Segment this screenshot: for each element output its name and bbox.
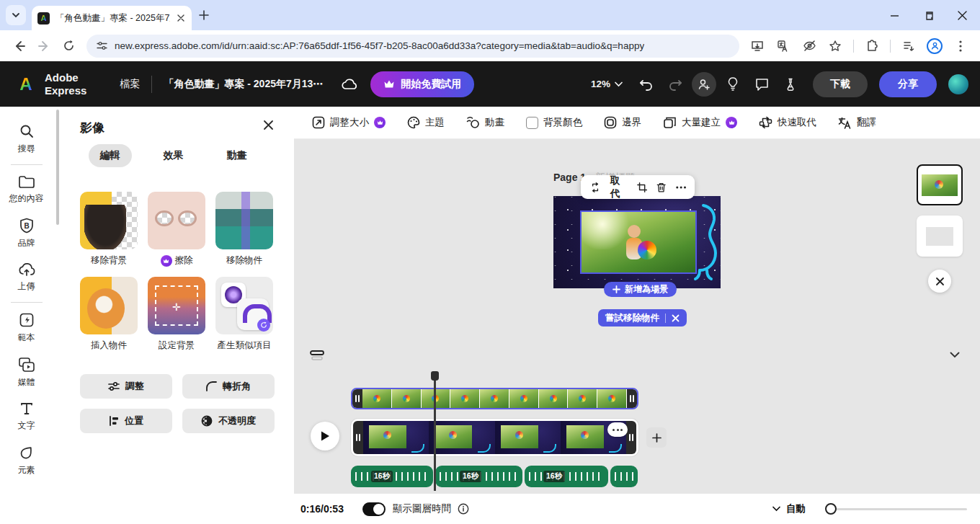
round-corner-button[interactable]: 轉折角 [182,374,275,399]
audio-segment-4[interactable] [610,466,638,487]
toolbar-quick-replace[interactable]: 快速取代 [759,116,816,129]
opacity-button[interactable]: 不透明度 [182,409,275,433]
replace-icon[interactable] [589,182,601,193]
collapse-timeline-chevron[interactable] [950,352,960,358]
site-settings-icon[interactable] [97,40,107,51]
tab-close-icon[interactable] [176,13,186,23]
toolbar-background-color[interactable]: 背景顏色 [526,116,582,129]
window-restore-button[interactable] [924,11,933,20]
crop-icon[interactable] [637,182,647,193]
forward-button[interactable] [32,34,56,58]
timeline-zoom-slider[interactable] [826,508,967,510]
trim-handle-left[interactable] [353,421,363,454]
eye-off-icon[interactable] [797,34,821,58]
rail-item-brand[interactable]: B 品牌 [4,211,50,256]
audio-segment-2[interactable]: 16秒 [435,466,522,487]
zoom-level-control[interactable]: 12% [591,79,623,89]
tool-remove-background[interactable]: 移除背景 [80,192,138,267]
more-options-icon[interactable] [676,186,686,189]
playhead[interactable] [434,371,436,491]
rail-item-media[interactable]: 媒體 [4,350,50,395]
account-avatar[interactable] [948,74,968,94]
back-button[interactable] [7,34,32,58]
position-button[interactable]: 位置 [80,409,172,433]
undo-button[interactable] [634,72,659,97]
tool-erase[interactable]: 擦除 [148,192,205,267]
trim-handle-left[interactable] [352,389,362,408]
new-tab-button[interactable] [199,10,209,20]
play-button[interactable] [311,422,339,450]
comments-icon[interactable] [749,72,774,97]
window-close-button[interactable] [958,11,967,20]
scene-filmstrip[interactable] [363,421,626,454]
clip-filmstrip[interactable] [362,389,627,408]
audio-segment-3[interactable]: 16秒 [525,466,608,487]
file-menu[interactable]: 檔案 [120,78,140,91]
timeline-layers-icon[interactable] [310,350,324,360]
beta-flask-icon[interactable] [778,72,803,97]
video-clip-track[interactable] [351,388,638,409]
tool-remove-object[interactable]: 移除物件 [215,192,273,267]
suggestions-lightbulb-icon[interactable] [721,72,745,97]
download-button[interactable]: 下載 [813,71,868,97]
tool-generate-similar[interactable]: 產生類似項目 [215,277,273,352]
dismiss-chip-icon[interactable] [672,314,680,322]
browser-tab[interactable]: A 「角色動畫」專案 - 2025年7月 [32,6,192,30]
reload-button[interactable] [56,34,81,58]
rail-item-elements[interactable]: 元素 [4,438,50,483]
scene-track[interactable] [351,419,638,456]
tab-effects[interactable]: 效果 [152,144,195,167]
redo-button[interactable] [663,72,687,97]
browser-profile-avatar[interactable] [922,34,947,58]
tab-search-button[interactable] [6,5,26,25]
add-track-button[interactable] [646,427,667,448]
rail-item-text[interactable]: 文字 [4,395,50,438]
trim-handle-right[interactable] [626,421,636,454]
selected-photo[interactable] [580,210,697,274]
toolbar-theme[interactable]: 主題 [407,116,445,129]
scene-more-options-button[interactable] [607,422,628,437]
try-remove-object-chip[interactable]: 嘗試移除物件 [598,309,687,327]
rail-item-upload[interactable]: 上傳 [4,256,50,299]
panel-close-button[interactable] [263,120,274,130]
adobe-express-logo[interactable]: A [14,73,37,96]
toolbar-border[interactable]: 邊界 [604,116,641,129]
trash-icon[interactable] [656,182,666,193]
invite-people-button[interactable] [692,72,716,97]
tool-set-background[interactable]: ✛ 設定背景 [148,277,205,352]
slider-knob[interactable] [825,503,837,515]
rail-item-search[interactable]: 搜尋 [4,117,50,161]
audio-segment-1[interactable]: 16秒 [351,466,433,487]
install-app-icon[interactable] [745,34,770,58]
info-icon[interactable] [458,503,469,515]
show-layer-timing-toggle[interactable] [362,502,386,516]
rail-item-your-content[interactable]: 您的內容 [4,168,50,211]
page-thumbnail-1[interactable] [917,164,963,205]
adjust-button[interactable]: 調整 [80,374,172,399]
replace-label[interactable]: 取代 [610,174,628,200]
toolbar-resize[interactable]: 調整大小 [312,116,386,129]
trim-handle-right[interactable] [627,389,637,408]
reading-list-icon[interactable] [896,34,921,58]
toolbar-translate[interactable]: 翻譯 [838,116,876,129]
address-bar[interactable]: new.express.adobe.com/id/urn:aaid:sc:AP:… [86,35,739,58]
toolbar-bulk-create[interactable]: 大量建立 [663,116,737,129]
add-as-scene-button[interactable]: 新增為場景 [604,282,677,297]
bookmark-star-icon[interactable] [823,34,847,58]
window-minimize-button[interactable] [890,11,899,20]
artboard[interactable] [553,196,721,288]
tool-insert-object[interactable]: 插入物件 [80,277,138,352]
page-thumbnail-2[interactable] [917,216,963,257]
close-pages-button[interactable] [928,270,951,293]
document-title[interactable]: 「角色動畫」專案 - 2025年7月13⋯ [164,78,323,91]
toolbar-animation[interactable]: 動畫 [466,116,504,129]
start-free-trial-button[interactable]: 開始免費試用 [370,71,474,97]
extensions-icon[interactable] [860,34,884,58]
share-button[interactable]: 分享 [879,71,937,97]
tab-animation[interactable]: 動畫 [215,144,259,167]
cloud-sync-icon[interactable] [342,78,359,91]
tab-edit[interactable]: 編輯 [89,144,132,167]
rail-item-templates[interactable]: 範本 [4,306,50,350]
timeline-zoom-mode[interactable]: 自動 [772,502,806,515]
browser-menu-icon[interactable] [948,34,973,58]
